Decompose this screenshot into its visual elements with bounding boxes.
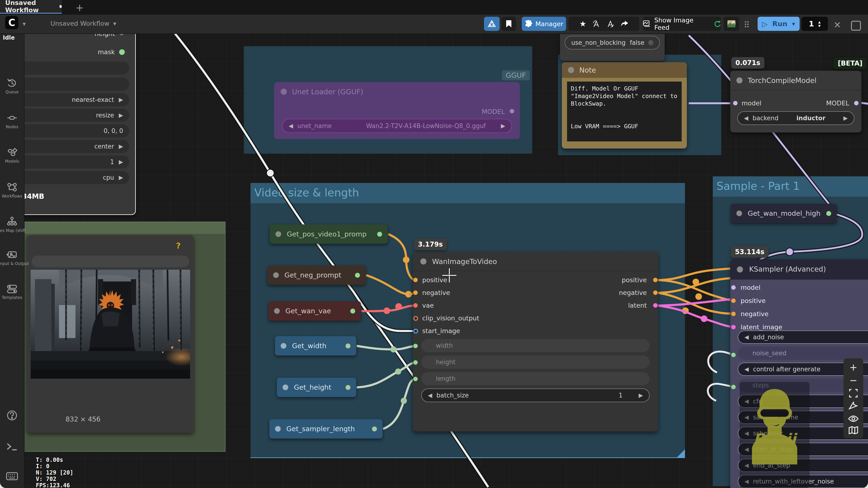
get-height-node[interactable]: Get_height: [277, 378, 356, 397]
get-neg-node[interactable]: Get_neg_prompt: [268, 265, 366, 285]
negative-input-dot[interactable]: [731, 312, 736, 316]
negative-output-dot[interactable]: [653, 290, 658, 295]
minimap-icon[interactable]: [849, 426, 858, 434]
thumbnail-button[interactable]: [724, 17, 739, 31]
unet-loader-gguf-node[interactable]: Unet Loader (GGUF) MODEL ◀unet_name Wan2…: [274, 82, 520, 139]
positive-input-dot[interactable]: [731, 298, 736, 303]
logo-chevron-icon[interactable]: ▾: [23, 20, 26, 27]
collapse-dot[interactable]: [420, 258, 427, 264]
sidebar-item-models[interactable]: Models: [0, 147, 24, 164]
widget-noise-seed[interactable]: noise_seed: [738, 347, 868, 360]
run-chevron-icon[interactable]: ▾: [792, 20, 795, 27]
sidebar-item-nodes-map[interactable]: es Map (shift: [0, 217, 24, 233]
widget-batch-size[interactable]: ◀batch_size 1▶: [421, 389, 650, 402]
clip-vision-input-dot[interactable]: [413, 316, 418, 321]
sidebar-item-nodes[interactable]: Nodes: [0, 113, 24, 129]
comfyui-logo[interactable]: C: [5, 16, 19, 29]
latent-output-dot[interactable]: [653, 303, 658, 307]
sidebar-item-workflows[interactable]: Workflows: [0, 182, 24, 198]
note-node[interactable]: Note Diff. Model Or GGUF "Image2Video Mo…: [562, 62, 687, 149]
get-wan-model-high-node[interactable]: Get_wan_model_high: [731, 204, 837, 223]
help-icon[interactable]: ?: [176, 241, 181, 250]
collapse-dot[interactable]: [736, 77, 743, 84]
eye-icon[interactable]: [848, 415, 859, 423]
select-cursor-icon[interactable]: [849, 402, 858, 411]
sidebar-item-help[interactable]: [0, 410, 24, 421]
perf-stats: T: 0.00sI: 0 N: 129 [20]V: 702 FPS:123.4…: [36, 457, 73, 488]
zoom-in-icon[interactable]: +: [849, 363, 857, 372]
output-mask-dot[interactable]: [119, 49, 125, 55]
widget-unet-name[interactable]: ◀unet_name Wan2.2-T2V-A14B-LowNoise-Q8_0…: [282, 119, 512, 133]
close-icon[interactable]: ✕: [834, 20, 841, 30]
show-image-feed-button[interactable]: Show Image Feed: [643, 17, 721, 31]
height-input-dot[interactable]: [413, 360, 418, 365]
output-dot[interactable]: [377, 232, 382, 237]
sidebar-item-queue[interactable]: Queue: [0, 78, 24, 94]
torch-compile-node[interactable]: TorchCompileModel model MODEL ◀backend i…: [730, 71, 861, 132]
model-input-dot[interactable]: [733, 101, 738, 105]
batch-count-stepper[interactable]: 1 ▴▾: [802, 17, 828, 31]
model-input-dot[interactable]: [731, 285, 736, 290]
output-dot[interactable]: [346, 385, 350, 390]
update-a-icon[interactable]: [592, 20, 600, 28]
output-dot[interactable]: [355, 273, 360, 278]
star-icon[interactable]: ★: [580, 19, 586, 28]
start-image-input-dot[interactable]: [413, 329, 418, 333]
collapse-dot[interactable]: [737, 266, 743, 272]
negative-input-dot[interactable]: [413, 290, 418, 295]
widget-width[interactable]: width: [421, 339, 650, 352]
widget-image-select[interactable]: [32, 256, 189, 267]
output-dot[interactable]: [346, 344, 350, 349]
widget-height[interactable]: height: [421, 356, 650, 369]
noise-seed-input-dot[interactable]: [731, 353, 736, 357]
ksampler-title: KSampler (Advanced): [749, 265, 826, 273]
widget-add-noise[interactable]: ◀add_noise enab: [738, 330, 868, 344]
play-icon: ▷: [762, 20, 768, 28]
get-vae-node[interactable]: Get_wan_vae: [269, 301, 361, 321]
output-dot[interactable]: [350, 308, 355, 314]
new-tab-button[interactable]: +: [75, 2, 84, 13]
fit-view-icon[interactable]: [849, 389, 858, 398]
collapse-dot[interactable]: [281, 89, 287, 95]
workflow-chevron-icon[interactable]: ▾: [113, 20, 116, 27]
get-pos-node[interactable]: Get_pos_video1_promp: [270, 224, 388, 244]
length-input-dot[interactable]: [413, 377, 418, 381]
run-button[interactable]: ▷ Run ▾: [757, 17, 800, 31]
zoom-out-icon[interactable]: −: [849, 376, 857, 385]
widget-use-non-blocking[interactable]: use_non_blocking false: [565, 36, 660, 50]
note-title: Note: [579, 66, 596, 74]
steps-input-dot[interactable]: [731, 385, 736, 389]
graph-button[interactable]: [484, 17, 500, 31]
latent-image-input-dot[interactable]: [731, 325, 736, 329]
stepper-arrows[interactable]: ▴▾: [818, 20, 820, 28]
manager-button[interactable]: Manager: [522, 17, 566, 31]
width-input-dot[interactable]: [413, 344, 418, 348]
sidebar-item-shortcuts[interactable]: [0, 471, 24, 481]
unet-model-output-dot[interactable]: [510, 109, 514, 113]
update-a2-icon[interactable]: [607, 20, 614, 28]
note-text[interactable]: Diff. Model Or GGUF "Image2Video Model" …: [567, 82, 682, 141]
vae-input-dot[interactable]: [413, 303, 418, 307]
widget-backend[interactable]: ◀backend inductor▶: [737, 111, 854, 125]
bookmark-button[interactable]: [501, 17, 516, 31]
share-icon[interactable]: [621, 20, 628, 27]
sidebar-item-terminal[interactable]: [0, 441, 24, 452]
stop-square-icon[interactable]: [851, 21, 861, 31]
image-preview-node[interactable]: ?: [27, 235, 194, 433]
sidebar-item-templates[interactable]: Templates: [0, 284, 24, 300]
output-dot[interactable]: [826, 211, 831, 216]
collapse-dot[interactable]: [568, 67, 574, 73]
tab-unsaved-workflow[interactable]: Unsaved Workflow: [0, 0, 62, 14]
positive-input-dot[interactable]: [413, 278, 418, 282]
grip-icon-2[interactable]: [747, 21, 749, 28]
output-dot[interactable]: [372, 426, 377, 431]
model-output-dot[interactable]: [854, 101, 859, 105]
get-length-node[interactable]: Get_sampler_length: [269, 419, 382, 438]
workflow-name[interactable]: Unsaved Workflow: [51, 20, 110, 27]
get-width-node[interactable]: Get_width: [275, 336, 356, 356]
positive-output-dot[interactable]: [653, 278, 658, 282]
widget-length[interactable]: length: [421, 372, 650, 385]
grip-icon[interactable]: [744, 21, 747, 28]
preview-image[interactable]: [31, 270, 190, 379]
sidebar-item-input-output[interactable]: nput & Output: [0, 250, 24, 266]
